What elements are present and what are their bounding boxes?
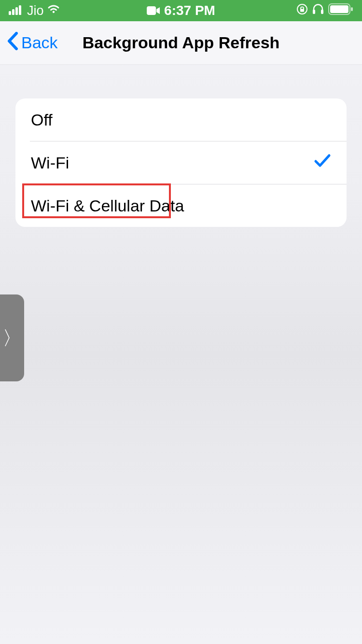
option-wifi-cellular[interactable]: Wi-Fi & Cellular Data (15, 184, 347, 227)
headphones-icon (312, 3, 324, 18)
status-right (296, 3, 353, 18)
svg-rect-6 (300, 9, 304, 12)
checkmark-icon (314, 151, 331, 174)
option-label: Off (31, 111, 53, 129)
time-label: 6:37 PM (164, 3, 215, 18)
options-group: Off Wi-Fi Wi-Fi & Cellular Data (15, 98, 347, 227)
camera-icon (147, 3, 160, 18)
status-center: 6:37 PM (147, 3, 215, 18)
svg-rect-7 (313, 10, 315, 14)
option-label: Wi-Fi (31, 154, 69, 172)
back-button[interactable]: Back (0, 32, 58, 54)
svg-rect-3 (19, 5, 21, 15)
status-bar: Jio 6:37 PM (0, 0, 362, 21)
side-tab-handle[interactable]: 〉 (0, 294, 24, 381)
nav-bar: Back Background App Refresh (0, 21, 362, 65)
wifi-icon (46, 3, 61, 18)
svg-rect-0 (9, 11, 11, 15)
svg-rect-4 (147, 6, 156, 15)
svg-rect-11 (351, 7, 353, 11)
battery-icon (328, 3, 353, 18)
option-label: Wi-Fi & Cellular Data (31, 196, 184, 215)
orientation-lock-icon (296, 3, 308, 18)
chevron-left-icon (7, 32, 18, 54)
back-label: Back (21, 33, 58, 52)
svg-rect-8 (321, 10, 323, 14)
carrier-label: Jio (27, 3, 44, 18)
option-wifi[interactable]: Wi-Fi (15, 141, 347, 184)
option-off[interactable]: Off (15, 98, 347, 141)
svg-rect-10 (330, 5, 348, 13)
status-left: Jio (9, 3, 61, 18)
cellular-signal-icon (9, 3, 25, 18)
svg-rect-1 (12, 9, 14, 15)
svg-rect-2 (15, 7, 18, 15)
chevron-right-icon: 〉 (2, 325, 22, 351)
